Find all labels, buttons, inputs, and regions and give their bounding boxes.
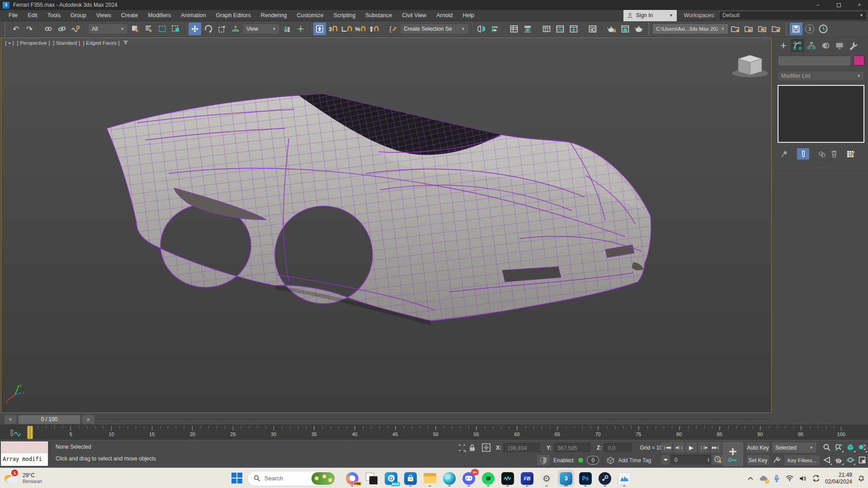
render-setup-button[interactable] — [605, 23, 618, 35]
maxscript-listener-output[interactable] — [1, 441, 48, 454]
named-selection-set-select[interactable]: Create Selection Se▼ — [400, 23, 469, 34]
align-button[interactable] — [489, 23, 501, 35]
pin-stack-button[interactable] — [780, 150, 788, 158]
frame-spinner[interactable]: ▲▼ — [707, 458, 710, 462]
enabled-status-dot[interactable] — [578, 458, 583, 463]
weather-widget[interactable]: 1 29°C Berawan — [4, 470, 42, 486]
rectangular-selection-region-button[interactable] — [156, 23, 169, 35]
frame-tick-label[interactable]: 15 — [147, 427, 157, 437]
save-file-button[interactable] — [790, 23, 802, 35]
microphone-icon[interactable] — [773, 474, 781, 483]
viewport-pov-menu[interactable]: [ Perspective ] — [17, 40, 50, 46]
frame-tick-label[interactable]: 45 — [390, 427, 400, 437]
viewport-shading-menu[interactable]: [ Standard ] — [53, 40, 80, 46]
tab-hierarchy[interactable] — [805, 39, 818, 52]
start-button[interactable] — [231, 473, 243, 484]
photoshop-app-icon[interactable]: Ps — [577, 470, 594, 487]
menu-item[interactable]: Graph Editors — [211, 10, 256, 21]
frame-tick-label[interactable]: 85 — [715, 427, 725, 437]
menu-item[interactable]: Substance — [360, 10, 397, 21]
filter-funnel-icon[interactable] — [123, 40, 129, 46]
panel-resize-handle[interactable]: ······· — [774, 165, 868, 171]
select-by-name-button[interactable] — [142, 23, 155, 35]
maximize-viewport-toggle[interactable] — [857, 455, 868, 465]
export-folder-button[interactable] — [770, 23, 783, 35]
toggle-layer-explorer-button[interactable] — [521, 23, 534, 35]
percent-snap-toggle-button[interactable]: % — [354, 23, 367, 35]
time-slider-value[interactable]: 0 / 100 — [19, 415, 80, 424]
orbit-button[interactable] — [845, 455, 856, 465]
auto-key-button[interactable]: Auto Key — [746, 442, 770, 453]
taskbar-clock[interactable]: 21:49 02/04/2024 — [825, 472, 852, 485]
wifi-icon[interactable] — [786, 474, 794, 483]
project-folder-path-select[interactable]: C:\Users\Axi...3ds Max 2024▼ — [652, 23, 728, 34]
menu-item[interactable]: Modifiers — [143, 10, 176, 21]
file-explorer-app-icon[interactable] — [422, 470, 438, 487]
spinner-snap-toggle-button[interactable] — [368, 23, 380, 35]
outlook-app-icon[interactable]: ONEW — [383, 470, 399, 487]
show-end-result-button[interactable] — [797, 148, 809, 160]
3ds-max-taskbar-icon[interactable]: 3 — [558, 470, 574, 487]
schematic-view-button[interactable] — [567, 23, 580, 35]
frame-tick-label[interactable]: 30 — [269, 427, 278, 437]
shield-icon[interactable] — [537, 455, 550, 465]
tab-motion[interactable] — [819, 39, 832, 52]
mute-count-badge[interactable]: 0 — [587, 456, 599, 465]
workspace-select[interactable]: Default ▼ — [719, 11, 867, 20]
bind-to-space-warp-button[interactable] — [69, 23, 82, 35]
angle-snap-toggle-button[interactable] — [340, 23, 353, 35]
save-folder-button[interactable] — [743, 23, 755, 35]
select-and-rotate-button[interactable] — [202, 23, 215, 35]
render-production-button[interactable] — [632, 23, 645, 35]
menu-item[interactable]: Arnold — [431, 10, 458, 21]
absolute-offset-toggle-icon[interactable] — [481, 443, 491, 452]
selection-lock-icon[interactable] — [469, 444, 476, 452]
redo-button[interactable]: ↷ — [23, 23, 36, 35]
key-step-toggle[interactable]: ◀▶ — [661, 455, 670, 465]
frame-tick-label[interactable]: 60 — [512, 427, 522, 437]
frame-tick-label[interactable]: 80 — [674, 427, 684, 437]
tab-display[interactable] — [833, 39, 846, 52]
sign-in-button[interactable]: Sign In ▼ — [623, 10, 677, 21]
isolate-selection-icon[interactable] — [458, 443, 467, 452]
toggle-ribbon-button[interactable] — [540, 23, 553, 35]
spotify-app-icon[interactable] — [480, 470, 496, 487]
material-editor-button[interactable] — [586, 23, 599, 35]
reference-coordinate-system-select[interactable]: View▼ — [243, 23, 280, 34]
time-slider-track[interactable] — [96, 419, 770, 420]
next-frame-button[interactable]: ❘❘▶ — [698, 442, 709, 453]
unknown-blue-app-icon[interactable]: FB — [519, 470, 535, 487]
task-manager-app-icon[interactable] — [616, 470, 632, 487]
tab-modify[interactable] — [791, 39, 804, 52]
menu-item[interactable]: Civil View — [397, 10, 431, 21]
frame-tick-label[interactable]: 35 — [309, 427, 319, 437]
frame-tick-label[interactable]: 55 — [472, 427, 481, 437]
zoom-all-button[interactable] — [833, 442, 844, 453]
zoom-extents-button[interactable] — [845, 442, 856, 453]
select-and-move-button[interactable] — [189, 23, 201, 35]
frame-tick-label[interactable]: 25 — [228, 427, 238, 437]
x-coordinate-field[interactable]: 198,834 — [504, 443, 541, 452]
track-bar[interactable]: 0510152025303540455055606570758085909510… — [0, 425, 868, 440]
frame-tick-label[interactable]: 75 — [633, 427, 643, 437]
curve-editor-button[interactable] — [554, 23, 566, 35]
z-coordinate-field[interactable]: 0,0 — [604, 443, 632, 452]
time-clock-button[interactable] — [817, 23, 830, 35]
previous-frame-button[interactable]: ◀❘❘ — [674, 442, 684, 453]
select-and-place-button[interactable] — [229, 23, 242, 35]
frame-tick-label[interactable]: 10 — [106, 427, 116, 437]
select-and-link-button[interactable] — [42, 23, 55, 35]
toolbar-grip[interactable] — [5, 23, 7, 35]
key-filters-button[interactable]: Key Filters... — [784, 455, 820, 466]
menu-item[interactable]: Group — [66, 10, 91, 21]
edge-app-icon[interactable] — [441, 470, 458, 487]
zoom-button[interactable] — [821, 442, 832, 453]
rendered-frame-window-button[interactable] — [619, 23, 632, 35]
frame-tick-label[interactable]: 95 — [796, 427, 806, 437]
menu-item[interactable]: Views — [91, 10, 116, 21]
capcut-app-icon[interactable] — [500, 470, 516, 487]
menu-item[interactable]: File — [4, 10, 23, 21]
maxscript-listener-input[interactable]: Array modifi — [1, 454, 48, 466]
select-object-button[interactable] — [129, 23, 142, 35]
menu-item[interactable]: Edit — [23, 10, 42, 21]
